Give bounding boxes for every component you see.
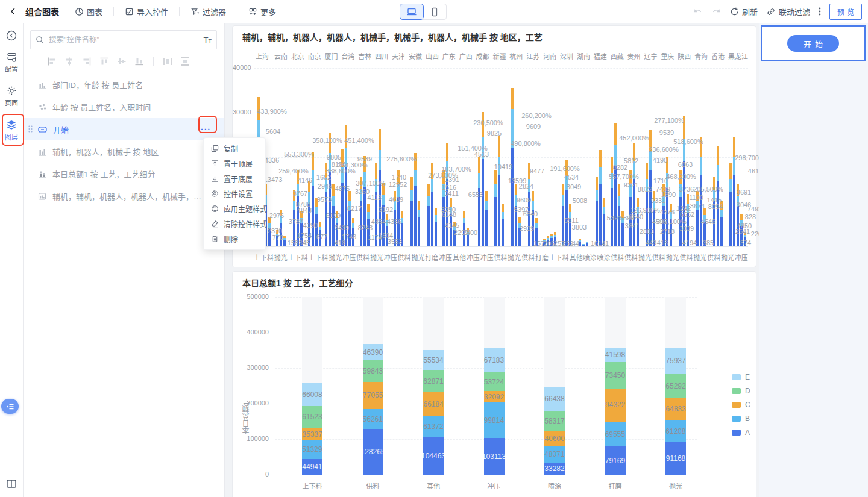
stack-segment[interactable]: 58317 xyxy=(544,411,565,431)
bar[interactable] xyxy=(646,163,648,246)
bar[interactable] xyxy=(633,143,635,246)
bar[interactable] xyxy=(528,163,530,246)
stack-segment[interactable]: 64833 xyxy=(665,398,686,420)
bar[interactable] xyxy=(683,116,685,246)
stack-column[interactable]: 9116861208648336529275937抛光 xyxy=(665,297,686,475)
bar[interactable] xyxy=(511,88,514,246)
align-right-icon[interactable] xyxy=(82,57,92,66)
bar[interactable] xyxy=(679,170,682,246)
menu-item-bring-to-front[interactable]: 置于顶层 xyxy=(204,156,265,171)
bar[interactable] xyxy=(308,181,310,247)
stack-segment[interactable]: 55534 xyxy=(423,350,444,370)
bar[interactable] xyxy=(450,198,452,246)
bar[interactable] xyxy=(569,204,571,246)
align-left-icon[interactable] xyxy=(47,57,57,66)
bar[interactable] xyxy=(283,236,286,246)
bar[interactable] xyxy=(418,201,420,246)
bar[interactable] xyxy=(596,177,598,246)
bar[interactable] xyxy=(713,177,715,246)
bar[interactable] xyxy=(293,190,295,246)
stack-segment[interactable]: 73450 xyxy=(605,362,626,388)
menu-item-send-to-back[interactable]: 置于底层 xyxy=(204,171,265,186)
bar[interactable] xyxy=(363,156,366,246)
stack-segment[interactable]: 67183 xyxy=(484,348,505,372)
start-button-widget-selected[interactable]: 开始 xyxy=(761,25,866,61)
stack-column[interactable]: 3328248071406005831766438喷涂 xyxy=(544,297,565,475)
stack-segment[interactable]: 77055 xyxy=(363,382,383,409)
bar[interactable] xyxy=(360,177,362,246)
desktop-view-button[interactable] xyxy=(400,4,423,19)
stack-segment[interactable]: 33282 xyxy=(544,463,565,475)
bar[interactable] xyxy=(637,198,639,246)
stack-segment[interactable]: 61372 xyxy=(423,416,444,437)
bar[interactable] xyxy=(300,211,303,246)
stack-segment[interactable]: 44941 xyxy=(302,459,322,475)
legend-item[interactable]: E xyxy=(732,373,750,381)
chart-menu-button[interactable]: 图表 xyxy=(69,4,108,20)
bar[interactable] xyxy=(599,150,602,246)
menu-item-clear-style[interactable]: 清除控件样式 xyxy=(204,216,265,231)
stack-segment[interactable]: 32092 xyxy=(484,391,505,402)
stack-segment[interactable]: 69555 xyxy=(605,422,626,446)
split-view-icon[interactable] xyxy=(7,480,16,488)
bar[interactable] xyxy=(297,170,299,246)
right-canvas-area[interactable]: 开始 xyxy=(760,23,868,497)
legend-item[interactable]: C xyxy=(732,401,750,409)
top-chart-widget[interactable]: 辅机，辅机，机器人，机器人，机械手，机械手，机器人，机械手 按 地区，工艺 40… xyxy=(232,25,756,267)
menu-item-delete[interactable]: 删除 xyxy=(204,231,265,246)
bar[interactable] xyxy=(345,125,347,246)
bar[interactable] xyxy=(687,194,689,246)
bar[interactable] xyxy=(446,143,448,246)
bar[interactable] xyxy=(515,184,517,246)
filter-button[interactable]: 过滤器 xyxy=(184,4,232,20)
bar[interactable] xyxy=(696,191,699,246)
bar[interactable] xyxy=(614,123,617,246)
legend-item[interactable]: A xyxy=(732,428,750,437)
bar[interactable] xyxy=(611,157,613,246)
bar[interactable] xyxy=(332,184,335,246)
stack-column[interactable]: 10311399814320925372467183冲压 xyxy=(484,297,505,475)
bar[interactable] xyxy=(315,198,318,246)
bar[interactable] xyxy=(579,239,581,246)
bar[interactable] xyxy=(670,204,672,246)
bar[interactable] xyxy=(329,133,331,246)
widget-row-selected[interactable]: 开始 ··· xyxy=(23,118,224,140)
bar[interactable] xyxy=(498,136,500,246)
bar[interactable] xyxy=(325,163,327,246)
stack-segment[interactable]: 66438 xyxy=(544,387,565,410)
bottom-chart-widget[interactable]: 本日总额1 按 工艺，工艺细分 本日总额1 工艺 500000400000300… xyxy=(232,271,756,497)
bar[interactable] xyxy=(427,184,430,246)
bar[interactable] xyxy=(618,184,620,246)
stack-segment[interactable]: 56261 xyxy=(363,409,383,429)
bar[interactable] xyxy=(414,153,417,246)
bar[interactable] xyxy=(401,211,403,246)
bar[interactable] xyxy=(649,130,652,246)
preview-button[interactable]: 预览 xyxy=(829,4,862,20)
widget-row[interactable]: 辅机，辅机，机器人，机器人，机械手，机械... xyxy=(23,185,224,207)
bar[interactable] xyxy=(268,217,271,246)
stack-column[interactable]: 12826556261770555984346390供料 xyxy=(363,297,383,475)
bar[interactable] xyxy=(379,129,381,246)
bar[interactable] xyxy=(394,191,396,246)
bar[interactable] xyxy=(729,163,732,246)
import-widget-button[interactable]: 导入控件 xyxy=(119,4,174,20)
stack-segment[interactable]: 79169 xyxy=(605,446,626,475)
widget-row[interactable]: 辅机，机器人，机械手 按 地区 xyxy=(23,140,224,163)
bar[interactable] xyxy=(550,234,553,246)
bar[interactable] xyxy=(629,170,632,246)
bar[interactable] xyxy=(386,214,388,246)
bar[interactable] xyxy=(666,157,668,246)
bar[interactable] xyxy=(554,232,556,246)
bar[interactable] xyxy=(382,183,385,246)
bar[interactable] xyxy=(336,211,338,246)
widget-more-button[interactable]: ··· xyxy=(201,125,211,134)
stack-segment[interactable]: 128265 xyxy=(363,429,383,475)
bar[interactable] xyxy=(435,208,437,246)
link-filter-button[interactable]: 联动过滤 xyxy=(766,6,810,17)
drag-handle-icon[interactable] xyxy=(28,125,33,133)
bar[interactable] xyxy=(720,201,723,246)
bar[interactable] xyxy=(367,204,370,246)
more-button[interactable]: 更多 xyxy=(242,4,282,20)
bar[interactable] xyxy=(442,170,445,246)
bar[interactable] xyxy=(352,218,354,246)
